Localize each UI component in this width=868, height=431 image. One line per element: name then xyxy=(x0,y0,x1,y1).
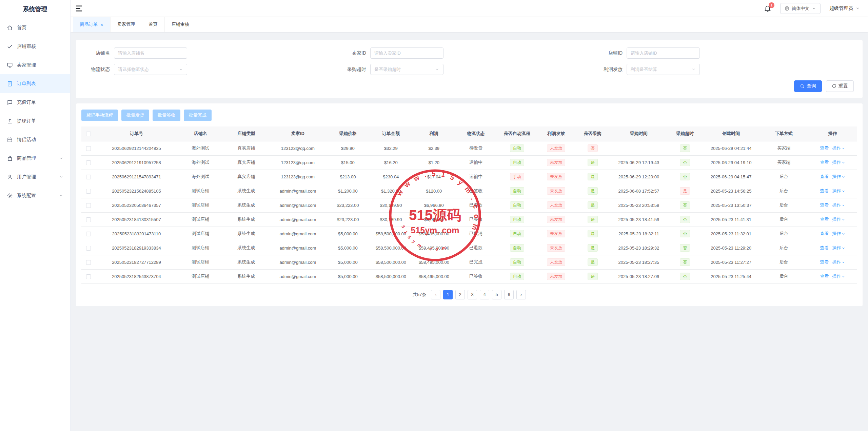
action-link[interactable]: 操作 xyxy=(832,145,845,151)
status-tag: 是 xyxy=(588,201,598,209)
view-link[interactable]: 查看 xyxy=(820,231,829,237)
cell-order-amount: $58,500,000.00 xyxy=(369,269,413,283)
status-tag: 未发放 xyxy=(547,187,565,195)
cell-actions: 查看操作 xyxy=(808,198,857,212)
notifications-button[interactable]: 1 xyxy=(764,5,771,12)
row-checkbox[interactable] xyxy=(86,260,91,265)
tab-home[interactable]: 首页 xyxy=(142,17,165,32)
cell-seller-id: admin@gmail.com xyxy=(269,227,327,241)
row-checkbox[interactable] xyxy=(86,175,91,179)
view-link[interactable]: 查看 xyxy=(820,273,829,279)
tab-product-orders[interactable]: 商品订单× xyxy=(73,17,111,32)
cell-purchase-timeout: 否 xyxy=(667,255,703,269)
sidebar-item-couple-activity[interactable]: 情侣活动 xyxy=(0,130,70,149)
language-selector[interactable]: 简体中文 xyxy=(780,3,821,14)
action-link[interactable]: 操作 xyxy=(832,216,845,222)
close-icon[interactable]: × xyxy=(100,22,103,27)
action-link[interactable]: 操作 xyxy=(832,231,845,237)
cell-actions: 查看操作 xyxy=(808,170,857,184)
page-button-6[interactable]: 6 xyxy=(504,290,514,299)
next-page-button[interactable]: › xyxy=(516,290,526,299)
status-tag: 自动 xyxy=(510,187,524,195)
row-checkbox[interactable] xyxy=(86,232,91,236)
sidebar-item-home[interactable]: 首页 xyxy=(0,18,70,37)
sidebar-collapse-button[interactable] xyxy=(75,5,83,12)
cell-create-time: 2025-05-23 13:50:37 xyxy=(703,198,760,212)
upload-icon xyxy=(7,118,13,124)
cell-purchase-time: 2025-05-23 18:32:11 xyxy=(610,227,667,241)
view-link[interactable]: 查看 xyxy=(820,245,829,251)
tab-seller-management[interactable]: 卖家管理 xyxy=(111,17,142,32)
filter-select-purchase-timeout[interactable]: 是否采购超时 xyxy=(370,64,443,75)
sidebar-item-product-management[interactable]: 商品管理 xyxy=(0,149,70,168)
check-icon xyxy=(7,43,13,50)
prev-page-button[interactable]: ‹ xyxy=(431,290,440,299)
page-button-3[interactable]: 3 xyxy=(468,290,477,299)
reset-button[interactable]: 重置 xyxy=(826,80,854,92)
cell-is-purchased: 是 xyxy=(575,198,610,212)
sidebar-item-withdraw-orders[interactable]: 提现订单 xyxy=(0,112,70,130)
view-link[interactable]: 查看 xyxy=(820,216,829,222)
status-tag: 未发放 xyxy=(547,258,565,266)
sidebar-item-shop-audit[interactable]: 店铺审核 xyxy=(0,37,70,56)
sidebar-item-system-config[interactable]: 系统配置 xyxy=(0,186,70,205)
row-checkbox[interactable] xyxy=(86,189,91,194)
action-link[interactable]: 操作 xyxy=(832,259,845,265)
sidebar-item-recharge-orders[interactable]: 充值订单 xyxy=(0,93,70,112)
monitor-icon xyxy=(7,62,13,68)
page-button-2[interactable]: 2 xyxy=(455,290,465,299)
action-link[interactable]: 操作 xyxy=(832,188,845,194)
mark-manual-flow-button[interactable]: 标记手动流程 xyxy=(81,110,118,121)
tab-label: 首页 xyxy=(149,21,158,27)
row-checkbox[interactable] xyxy=(86,246,91,251)
action-link[interactable]: 操作 xyxy=(832,174,845,180)
batch-sign-button[interactable]: 批量签收 xyxy=(153,110,180,121)
page-button-1[interactable]: 1 xyxy=(443,290,453,299)
view-link[interactable]: 查看 xyxy=(820,202,829,208)
cell-auto-flow: 自动 xyxy=(496,227,537,241)
filter-select-profit-release[interactable]: 利润是否结算 xyxy=(627,64,700,75)
sidebar-item-seller-management[interactable]: 卖家管理 xyxy=(0,56,70,74)
action-link[interactable]: 操作 xyxy=(832,202,845,208)
batch-complete-button[interactable]: 批量完成 xyxy=(184,110,212,121)
filter-input-shop-name[interactable] xyxy=(114,47,187,59)
filter-select-logistics-status[interactable]: 请选择物流状态 xyxy=(114,64,187,75)
batch-ship-button[interactable]: 批量发货 xyxy=(121,110,149,121)
cell-actions: 查看操作 xyxy=(808,269,857,283)
cell-create-time: 2025-05-23 11:25:44 xyxy=(703,269,760,283)
search-button[interactable]: 查询 xyxy=(794,80,822,92)
sidebar-item-user-management[interactable]: 用户管理 xyxy=(0,168,70,186)
cell-select xyxy=(81,184,95,198)
view-link[interactable]: 查看 xyxy=(820,159,829,165)
page-button-4[interactable]: 4 xyxy=(480,290,489,299)
view-link[interactable]: 查看 xyxy=(820,174,829,180)
filter-grid: 店铺名卖家ID店铺ID物流状态请选择物流状态采购超时是否采购超时利润发放利润是否… xyxy=(85,47,854,75)
page-button-5[interactable]: 5 xyxy=(492,290,501,299)
row-checkbox[interactable] xyxy=(86,146,91,151)
view-link[interactable]: 查看 xyxy=(820,259,829,265)
action-link[interactable]: 操作 xyxy=(832,273,845,279)
document-icon xyxy=(785,6,789,11)
row-checkbox[interactable] xyxy=(86,160,91,165)
cell-seller-id: admin@gmail.com xyxy=(269,198,327,212)
column-header: 店铺名 xyxy=(178,126,223,141)
cell-order-no: 20250523215624885105 xyxy=(95,184,178,198)
tab-label: 店铺审核 xyxy=(172,21,189,27)
cell-shop-type: 系统生成 xyxy=(223,241,269,255)
filter-input-shop-id[interactable] xyxy=(627,47,700,59)
view-link[interactable]: 查看 xyxy=(820,145,829,151)
action-link[interactable]: 操作 xyxy=(832,159,845,165)
row-checkbox[interactable] xyxy=(86,203,91,208)
user-menu[interactable]: 超级管理员 xyxy=(829,5,860,12)
tab-shop-audit[interactable]: 店铺审核 xyxy=(165,17,196,32)
row-checkbox[interactable] xyxy=(86,217,91,222)
cell-auto-flow: 自动 xyxy=(496,184,537,198)
sidebar-item-label: 商品管理 xyxy=(17,155,36,161)
view-link[interactable]: 查看 xyxy=(820,188,829,194)
sidebar-item-order-list[interactable]: 订单列表 xyxy=(0,74,70,93)
action-link[interactable]: 操作 xyxy=(832,245,845,251)
row-checkbox[interactable] xyxy=(86,274,91,279)
filter-input-seller-id[interactable] xyxy=(370,47,443,59)
select-all-checkbox[interactable] xyxy=(86,132,91,136)
cell-auto-flow: 自动 xyxy=(496,198,537,212)
